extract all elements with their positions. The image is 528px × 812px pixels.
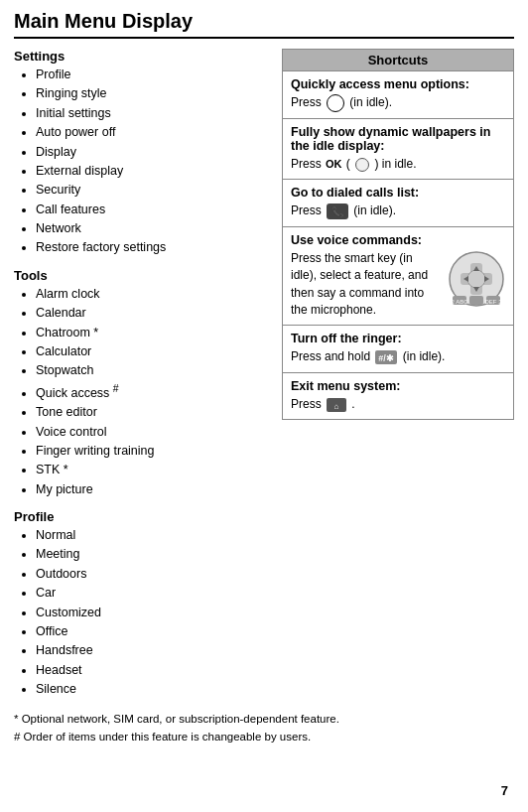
voice-row: Press the smart key (in idle), select a … (291, 250, 505, 320)
list-item: Customized (36, 604, 274, 622)
shortcut-title-4: Use voice commands: (291, 233, 505, 247)
list-item: Auto power off (36, 123, 274, 142)
list-item: Voice control (36, 423, 274, 442)
svg-point-5 (467, 270, 485, 288)
circle-button-icon (327, 94, 344, 112)
hash-key-icon: #/✱ (375, 350, 397, 364)
section-profile-title: Profile (14, 509, 274, 524)
section-settings-title: Settings (14, 49, 274, 64)
end-key-icon: ⌂ (327, 398, 346, 412)
list-item: Profile (36, 66, 274, 84)
list-item: My picture (36, 480, 274, 499)
ok-button-label: OK (326, 157, 342, 173)
shortcut-desc-1: Press (in idle). (291, 94, 505, 112)
shortcut-item-ringer: Turn off the ringer: Press and hold #/✱ … (283, 326, 513, 372)
footnotes: * Optional network, SIM card, or subscri… (14, 711, 514, 745)
list-item: Finger writing training (36, 442, 274, 461)
shortcut-title-3: Go to dialed calls list: (291, 186, 505, 200)
section-tools-title: Tools (14, 268, 274, 283)
list-item: Outdoors (36, 565, 274, 584)
list-item: Car (36, 584, 274, 603)
settings-list: Profile Ringing style Initial settings A… (14, 66, 274, 258)
list-item: Silence (36, 680, 274, 699)
list-item: Network (36, 219, 274, 238)
svg-rect-11 (469, 296, 483, 305)
list-item: Initial settings (36, 104, 274, 123)
shortcuts-header: Shortcuts (283, 50, 513, 71)
shortcut-item-exit: Exit menu system: Press ⌂ . (283, 373, 513, 419)
left-column: Settings Profile Ringing style Initial s… (14, 49, 282, 699)
list-item: Handsfree (36, 641, 274, 660)
svg-text:DEF 3: DEF 3 (484, 299, 502, 305)
list-item: Alarm clock (36, 285, 274, 304)
tools-list: Alarm clock Calendar Chatroom * Calculat… (14, 285, 274, 499)
circle-inner-icon (355, 158, 369, 172)
svg-text:2 ABC: 2 ABC (451, 299, 468, 305)
list-item: External display (36, 162, 274, 181)
page-title: Main Menu Display (14, 10, 514, 39)
svg-text:📞: 📞 (331, 205, 344, 218)
list-item: Stopwatch (36, 361, 274, 380)
list-item: Calculator (36, 342, 274, 361)
shortcut-title-1: Quickly access menu options: (291, 77, 505, 91)
page-number: 7 (501, 783, 508, 798)
list-item: Office (36, 622, 274, 641)
shortcut-desc-5: Press and hold #/✱ (in idle). (291, 348, 505, 365)
shortcut-desc-3: Press 📞 (in idle). (291, 203, 505, 219)
shortcut-title-2: Fully show dynamic wallpapers in the idl… (291, 125, 505, 153)
footnote-line1: * Optional network, SIM card, or subscri… (14, 711, 514, 728)
shortcut-title-6: Exit menu system: (291, 379, 505, 393)
shortcut-desc-2: Press OK ( ) in idle. (291, 156, 505, 173)
call-icon: 📞 (327, 203, 348, 219)
shortcuts-panel: Shortcuts Quickly access menu options: P… (282, 49, 514, 420)
list-item: Chatroom * (36, 324, 274, 342)
list-item: Quick access # (36, 381, 274, 404)
shortcut-desc-4: Press the smart key (in idle), select a … (291, 250, 442, 320)
list-item: Call features (36, 201, 274, 219)
shortcut-item-dialed: Go to dialed calls list: Press 📞 (in idl… (283, 180, 513, 226)
list-item: Meeting (36, 545, 274, 564)
shortcut-title-5: Turn off the ringer: (291, 332, 505, 345)
list-item: Restore factory settings (36, 238, 274, 257)
svg-text:⌂: ⌂ (334, 401, 339, 410)
list-item: STK * (36, 461, 274, 479)
list-item: Calendar (36, 304, 274, 323)
list-item: Ringing style (36, 84, 274, 103)
list-item: Normal (36, 526, 274, 545)
shortcut-desc-6: Press ⌂ . (291, 396, 505, 413)
list-item: Security (36, 181, 274, 200)
list-item: Tone editor (36, 403, 274, 422)
svg-text:#/✱: #/✱ (379, 353, 395, 363)
shortcut-item-quickly-access: Quickly access menu options: Press (in i… (283, 71, 513, 119)
shortcut-item-wallpaper: Fully show dynamic wallpapers in the idl… (283, 119, 513, 180)
list-item: Headset (36, 661, 274, 680)
shortcut-item-voice: Use voice commands: Press the smart key … (283, 227, 513, 327)
profile-list: Normal Meeting Outdoors Car Customized O… (14, 526, 274, 699)
list-item: Display (36, 143, 274, 162)
nav-pad-icon: 2 ABC DEF 3 (448, 250, 505, 308)
footnote-line2: # Order of items under this feature is c… (14, 729, 514, 745)
